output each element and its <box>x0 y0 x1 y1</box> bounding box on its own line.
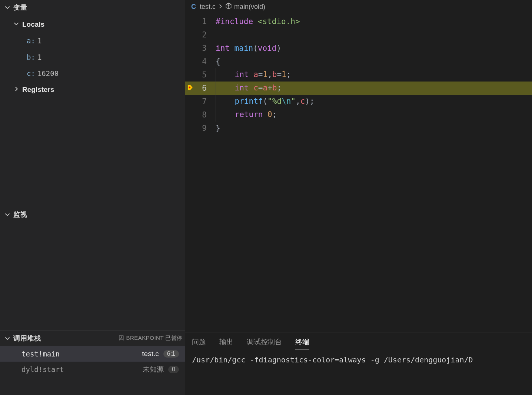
panel-callstack-title: 调用堆栈 <box>13 334 41 343</box>
line-number: 3 <box>185 44 216 53</box>
panel-tab-terminal[interactable]: 终端 <box>295 335 309 349</box>
panel-tab-problems[interactable]: 问题 <box>192 335 206 349</box>
frame-location-badge: 6:1 <box>163 350 179 358</box>
code-text: } <box>216 124 220 133</box>
line-number: 8 <box>185 110 216 119</box>
variables-tree: Locals a: 1 b: 1 c: 16200 Registers <box>0 15 185 99</box>
panel-callstack: 调用堆栈 因 BREAKPOINT 已暂停 test!main test.c 6… <box>0 331 185 395</box>
line-number: 7 <box>185 97 216 106</box>
callstack-pause-reason: 因 BREAKPOINT 已暂停 <box>119 335 183 342</box>
var-row[interactable]: a: 1 <box>0 33 185 49</box>
stack-frame[interactable]: dyld!start 未知源 0 <box>0 362 185 377</box>
code-text <box>216 30 220 39</box>
line-number: 5 <box>185 70 216 79</box>
panel-tab-output[interactable]: 输出 <box>219 335 233 349</box>
line-number: 1 <box>185 17 216 26</box>
code-line[interactable]: 5 int a=1,b=1; <box>185 68 532 82</box>
frame-location-badge: 0 <box>168 366 179 373</box>
code-line[interactable]: 8 return 0; <box>185 108 532 122</box>
callstack-list: test!main test.c 6:1 dyld!start 未知源 0 <box>0 345 185 377</box>
code-line[interactable]: 4{ <box>185 55 532 68</box>
var-row[interactable]: b: 1 <box>0 49 185 65</box>
scope-locals[interactable]: Locals <box>0 16 185 33</box>
breadcrumb-symbol[interactable]: main(void) <box>234 3 265 11</box>
symbol-icon <box>225 3 232 11</box>
panel-tab-debug-console[interactable]: 调试控制台 <box>247 335 282 349</box>
code-line[interactable]: 3int main(void) <box>185 42 532 55</box>
editor-area: C test.c main(void) 1#include <stdio.h>2… <box>185 0 532 395</box>
code-line[interactable]: 6 int c=a+b; <box>185 82 532 95</box>
code-text: #include <stdio.h> <box>216 17 300 26</box>
panel-watch: 监视 <box>0 207 185 331</box>
c-file-icon: C <box>191 3 196 11</box>
code-text: int a=1,b=1; <box>216 68 291 82</box>
panel-tabs: 问题输出调试控制台终端 <box>185 332 532 352</box>
panel-watch-header[interactable]: 监视 <box>0 207 185 222</box>
terminal-output[interactable]: /usr/bin/gcc -fdiagnostics-color=always … <box>185 352 532 395</box>
chevron-right-icon <box>13 86 20 94</box>
stack-frame[interactable]: test!main test.c 6:1 <box>0 346 185 362</box>
code-text: printf("%d\n",c); <box>216 95 315 108</box>
scope-label: Registers <box>22 86 54 94</box>
line-number: 2 <box>185 30 216 39</box>
code-text: return 0; <box>216 108 277 122</box>
instruction-pointer-icon <box>187 84 193 93</box>
svg-point-0 <box>189 87 190 89</box>
scope-registers[interactable]: Registers <box>0 82 185 98</box>
line-number: 4 <box>185 57 216 66</box>
debug-sidebar: 变量 Locals a: 1 b: 1 c: 16200 <box>0 0 185 395</box>
line-number: 9 <box>185 124 216 133</box>
panel-variables-header[interactable]: 变量 <box>0 0 185 15</box>
code-line[interactable]: 1#include <stdio.h> <box>185 15 532 28</box>
panel-variables: 变量 Locals a: 1 b: 1 c: 16200 <box>0 0 185 207</box>
scope-label: Locals <box>22 20 44 29</box>
line-number: 6 <box>185 84 216 93</box>
breadcrumbs[interactable]: C test.c main(void) <box>185 0 532 13</box>
panel-watch-title: 监视 <box>13 210 27 219</box>
code-editor[interactable]: 1#include <stdio.h>2 3int main(void)4{5 … <box>185 13 532 332</box>
code-line[interactable]: 7 printf("%d\n",c); <box>185 95 532 108</box>
code-text: int main(void) <box>216 44 281 53</box>
code-text: { <box>216 57 220 66</box>
code-text: int c=a+b; <box>216 82 282 95</box>
chevron-right-icon <box>218 3 223 11</box>
var-row[interactable]: c: 16200 <box>0 65 185 82</box>
panel-variables-title: 变量 <box>13 3 27 12</box>
breadcrumb-file[interactable]: test.c <box>200 3 216 11</box>
panel-callstack-header[interactable]: 调用堆栈 因 BREAKPOINT 已暂停 <box>0 331 185 345</box>
chevron-down-icon <box>4 211 11 218</box>
code-line[interactable]: 2 <box>185 28 532 42</box>
chevron-down-icon <box>4 4 11 11</box>
code-line[interactable]: 9} <box>185 122 532 135</box>
chevron-down-icon <box>4 335 11 342</box>
chevron-down-icon <box>13 20 20 29</box>
bottom-panel: 问题输出调试控制台终端 /usr/bin/gcc -fdiagnostics-c… <box>185 332 532 395</box>
